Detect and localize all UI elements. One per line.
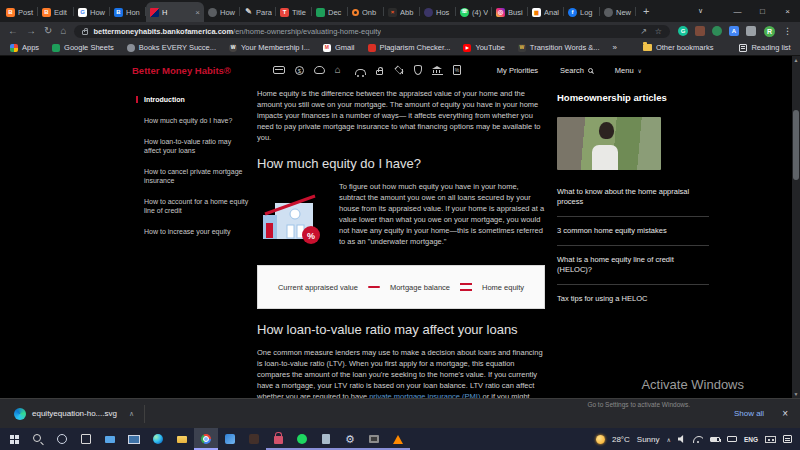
file-explorer-icon[interactable] <box>170 428 194 450</box>
bookmarks-overflow-icon[interactable]: » <box>612 43 616 52</box>
settings-gear-icon[interactable] <box>338 428 362 450</box>
my-priorities-link[interactable]: My Priorities <box>497 66 538 75</box>
article-thumbnail-photo[interactable] <box>557 117 661 170</box>
speaker-icon[interactable] <box>678 435 686 443</box>
graduation-cap-icon[interactable] <box>393 65 404 75</box>
tab-log[interactable]: f Log <box>564 2 600 22</box>
related-article-link[interactable]: 3 common home equity mistakes <box>557 216 709 245</box>
bookmark-transition-words[interactable]: W Transition Words &... <box>518 43 600 52</box>
tab-title[interactable]: T Title <box>276 2 312 22</box>
translate-extension-icon[interactable]: A <box>729 26 739 36</box>
browser-menu-icon[interactable]: ⋮ <box>783 26 792 36</box>
sidebar-item[interactable]: How to cancel private mortgage insurance <box>136 167 250 186</box>
green-extension-icon[interactable] <box>712 26 722 36</box>
page-scrollbar[interactable]: ▲ ▼ <box>792 56 800 398</box>
download-item[interactable]: equityequation-ho....svg ∧ <box>14 399 144 428</box>
chrome-icon[interactable] <box>194 428 218 450</box>
bank-icon[interactable] <box>432 66 443 75</box>
cortana-icon[interactable] <box>50 428 74 450</box>
movies-icon[interactable] <box>362 428 386 450</box>
language-indicator[interactable]: ENG <box>744 436 758 443</box>
tab-how-1[interactable]: G How <box>74 2 110 22</box>
bookmark-gmail[interactable]: M Gmail <box>323 43 355 52</box>
scrollbar-thumb[interactable] <box>793 110 799 180</box>
tab-abb[interactable]: × Abb <box>384 2 420 22</box>
tab-active-bofa[interactable]: H × <box>146 2 204 22</box>
lock-icon[interactable] <box>376 70 383 75</box>
tab-post[interactable]: B Post <box>2 2 38 22</box>
related-article-link[interactable]: What is a home equity line of credit (HE… <box>557 245 709 284</box>
minimize-button[interactable]: — <box>725 7 750 16</box>
weather-condition[interactable]: Sunny <box>637 435 660 444</box>
sidebar-item[interactable]: How to account for a home equity line of… <box>136 197 250 216</box>
puzzle-extension-icon[interactable] <box>746 26 756 36</box>
dollar-coin-icon[interactable] <box>295 66 304 75</box>
search-icon[interactable] <box>26 428 50 450</box>
input-method-icon[interactable] <box>765 436 776 443</box>
address-bar[interactable]: bettermoneyhabits.bankofamerica.com/en/h… <box>74 25 670 38</box>
https-lock-icon[interactable] <box>82 30 88 35</box>
tab-dec[interactable]: Dec <box>312 2 348 22</box>
sidebar-item[interactable]: How to increase your equity <box>136 227 250 237</box>
edge-icon[interactable] <box>146 428 170 450</box>
battery-icon[interactable] <box>710 437 720 442</box>
back-button[interactable]: ← <box>8 26 18 36</box>
home-icon[interactable] <box>335 65 345 75</box>
tab-hos[interactable]: Hos <box>420 2 456 22</box>
download-bar-close-icon[interactable]: × <box>782 408 788 419</box>
tab-search-chevron-icon[interactable]: ∨ <box>688 7 713 15</box>
tab-hon[interactable]: B Hon <box>110 2 146 22</box>
tab-onb[interactable]: Onb <box>348 2 384 22</box>
tab-edit[interactable]: B Edit <box>38 2 74 22</box>
tab-anal[interactable]: ▆ Anal <box>528 2 564 22</box>
vlc-icon[interactable] <box>386 428 410 450</box>
tab-new[interactable]: New <box>600 2 636 22</box>
action-center-icon[interactable] <box>783 435 792 443</box>
home-button[interactable]: ⌂ <box>60 26 66 36</box>
shield-icon[interactable] <box>414 65 422 75</box>
task-view-icon[interactable] <box>74 428 98 450</box>
bookmark-books[interactable]: Books EVERY Succe... <box>127 43 216 52</box>
close-window-button[interactable]: × <box>775 7 800 16</box>
touch-keyboard-icon[interactable] <box>727 436 737 442</box>
monitor-icon[interactable] <box>122 428 146 450</box>
reading-list-button[interactable]: Reading list <box>739 43 790 52</box>
scrollbar-up-icon[interactable]: ▲ <box>792 57 800 63</box>
store-icon[interactable] <box>266 428 290 450</box>
share-icon[interactable]: ↗ <box>640 27 647 36</box>
car-icon[interactable] <box>355 69 366 75</box>
bookmark-apps[interactable]: Apps <box>10 43 39 52</box>
forward-button[interactable]: → <box>26 26 36 36</box>
show-all-downloads-button[interactable]: Show all <box>734 409 764 418</box>
tab-whatsapp[interactable]: ☏ (4) V <box>456 2 492 22</box>
bookmark-plagiarism[interactable]: Plagiarism Checker... <box>368 43 451 52</box>
related-article-link[interactable]: What to know about the home appraisal pr… <box>557 178 709 216</box>
tray-overflow-chevron-icon[interactable]: ∧ <box>667 436 671 443</box>
tab-para[interactable]: ✎ Para <box>240 2 276 22</box>
credit-card-icon[interactable] <box>273 66 285 74</box>
other-bookmarks-button[interactable]: Other bookmarks <box>643 43 714 52</box>
tab-how-2[interactable]: How <box>204 2 240 22</box>
start-button-icon[interactable] <box>2 428 26 450</box>
grammarly-extension-icon[interactable]: G <box>678 26 688 36</box>
photos-icon[interactable] <box>218 428 242 450</box>
maximize-button[interactable]: □ <box>750 7 775 16</box>
bookmark-membership[interactable]: W Your Membership I... <box>229 43 310 52</box>
tab-busi[interactable]: ◎ Busi <box>492 2 528 22</box>
reload-button[interactable]: ↻ <box>44 26 52 36</box>
dark-app-icon[interactable] <box>242 428 266 450</box>
wifi-icon[interactable] <box>693 435 703 443</box>
profile-avatar[interactable]: R <box>764 26 775 37</box>
tax-document-icon[interactable] <box>453 65 461 75</box>
bookmark-google-sheets[interactable]: Google Sheets <box>52 43 114 52</box>
download-caret-icon[interactable]: ∧ <box>129 410 134 418</box>
calculator-icon[interactable] <box>314 428 338 450</box>
weather-temperature[interactable]: 28°C <box>612 435 630 444</box>
menu-button[interactable]: Menu ∨ <box>615 66 642 75</box>
sidebar-item[interactable]: How loan-to-value ratio may affect your … <box>136 137 250 156</box>
bookmark-star-icon[interactable]: ☆ <box>655 27 662 36</box>
new-tab-button[interactable]: + <box>643 5 649 17</box>
mail-icon[interactable] <box>98 428 122 450</box>
sidebar-item-introduction[interactable]: Introduction <box>136 96 250 103</box>
spotify-icon[interactable] <box>290 428 314 450</box>
